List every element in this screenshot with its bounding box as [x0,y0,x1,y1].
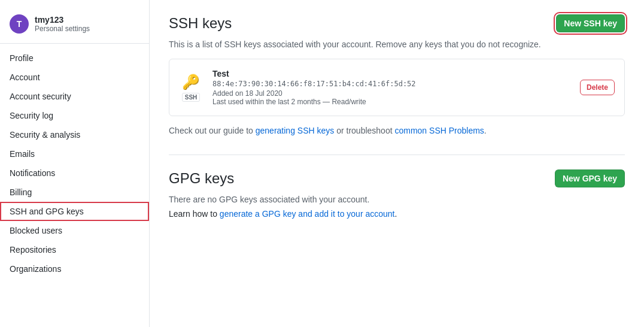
ssh-type-label: SSH [182,93,201,102]
sidebar-link-organizations[interactable]: Organizations [0,259,149,278]
sidebar: T tmy123 Personal settings Profile Accou… [0,0,150,327]
sidebar-item-repositories[interactable]: Repositories [0,240,149,259]
sidebar-link-security-log[interactable]: Security log [0,106,149,125]
gpg-section-header: GPG keys New GPG key [169,169,625,187]
sidebar-item-ssh-gpg-keys[interactable]: SSH and GPG keys [0,202,149,221]
main-content: SSH keys New SSH key This is a list of S… [150,0,644,327]
sidebar-link-account[interactable]: Account [0,68,149,87]
username: tmy123 [35,15,90,25]
user-profile-section[interactable]: T tmy123 Personal settings [0,10,149,44]
sidebar-link-repositories[interactable]: Repositories [0,240,149,259]
sidebar-item-notifications[interactable]: Notifications [0,164,149,183]
sidebar-item-security-log[interactable]: Security log [0,106,149,125]
gpg-section-title: GPG keys [169,170,234,187]
common-ssh-problems-link[interactable]: common SSH Problems [394,126,484,135]
gpg-guide-link[interactable]: generate a GPG key and add it to your ac… [220,209,395,219]
sidebar-item-account[interactable]: Account [0,68,149,87]
gpg-guide-text: Learn how to generate a GPG key and add … [169,209,625,219]
sidebar-item-account-security[interactable]: Account security [0,87,149,106]
sidebar-link-ssh-gpg-keys[interactable]: SSH and GPG keys [0,202,149,221]
sidebar-link-notifications[interactable]: Notifications [0,164,149,183]
gpg-no-keys-text: There are no GPG keys associated with yo… [169,195,625,204]
ssh-section-title: SSH keys [169,15,232,32]
guide-middle: or troubleshoot [334,126,394,135]
sidebar-item-blocked-users[interactable]: Blocked users [0,221,149,240]
sidebar-item-profile[interactable]: Profile [0,49,149,68]
sidebar-link-emails[interactable]: Emails [0,144,149,164]
guide-prefix: Check out our guide to [169,126,256,135]
key-icon: 🔑 [182,74,200,90]
user-subtitle: Personal settings [35,25,90,33]
key-name: Test [212,69,570,78]
gpg-guide-prefix: Learn how to [169,209,220,219]
ssh-keys-section: SSH keys New SSH key This is a list of S… [169,14,625,135]
sidebar-link-security-analysis[interactable]: Security & analysis [0,125,149,144]
ssh-section-description: This is a list of SSH keys associated wi… [169,40,625,49]
new-ssh-key-button[interactable]: New SSH key [556,14,625,32]
guide-suffix: . [484,126,487,135]
sidebar-item-security-analysis[interactable]: Security & analysis [0,125,149,144]
sidebar-link-account-security[interactable]: Account security [0,87,149,106]
delete-key-button[interactable]: Delete [580,80,615,95]
gpg-keys-section: GPG keys New GPG key There are no GPG ke… [169,169,625,219]
sidebar-link-profile[interactable]: Profile [0,49,149,68]
avatar: T [10,14,29,34]
key-last-used: Last used within the last 2 months — Rea… [212,98,570,106]
key-fingerprint: 88:4e:73:90:30:14:66:f8:17:51:b4:cd:41:6… [212,80,570,88]
sidebar-navigation: Profile Account Account security Securit… [0,49,149,278]
sidebar-item-billing[interactable]: Billing [0,183,149,202]
sidebar-link-billing[interactable]: Billing [0,183,149,202]
generating-ssh-keys-link[interactable]: generating SSH keys [256,126,335,135]
gpg-guide-suffix: . [394,209,397,219]
key-details: Test 88:4e:73:90:30:14:66:f8:17:51:b4:cd… [212,69,570,106]
sidebar-item-emails[interactable]: Emails [0,144,149,164]
ssh-key-card: 🔑 SSH Test 88:4e:73:90:30:14:66:f8:17:51… [169,59,625,116]
key-icon-box: 🔑 SSH [179,74,203,102]
sidebar-link-blocked-users[interactable]: Blocked users [0,221,149,240]
key-added-date: Added on 18 Jul 2020 [212,89,570,98]
ssh-guide-text: Check out our guide to generating SSH ke… [169,126,625,135]
ssh-section-header: SSH keys New SSH key [169,14,625,32]
new-gpg-key-button[interactable]: New GPG key [555,169,625,187]
section-divider [169,155,625,155]
sidebar-item-organizations[interactable]: Organizations [0,259,149,278]
